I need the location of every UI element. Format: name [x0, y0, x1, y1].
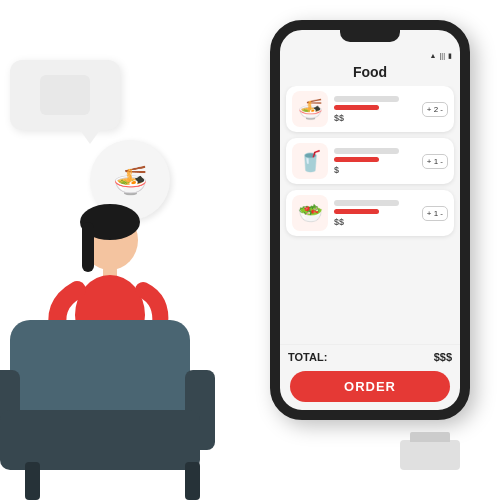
food-name-bar-2	[334, 148, 399, 154]
food-icon-1: 🍜	[292, 91, 328, 127]
noodle-icon: 🍜	[298, 97, 323, 121]
food-counter-2[interactable]: + 1 -	[422, 154, 448, 169]
food-name-bar-1	[334, 96, 399, 102]
food-red-bar-1	[334, 105, 379, 110]
counter-label-2: + 1 -	[427, 157, 443, 166]
wifi-icon: ▲	[430, 52, 437, 60]
food-item-3[interactable]: 🥗 $$ + 1 -	[286, 190, 454, 236]
food-item-2[interactable]: 🥤 $ + 1 -	[286, 138, 454, 184]
food-red-bar-3	[334, 209, 379, 214]
food-icon-2: 🥤	[292, 143, 328, 179]
food-red-bar-2	[334, 157, 379, 162]
food-details-3: $$	[334, 200, 416, 227]
app-title: Food	[280, 60, 460, 86]
food-price-3: $$	[334, 217, 416, 227]
food-price-1: $$	[334, 113, 416, 123]
food-price-2: $	[334, 165, 416, 175]
scene: 🍜	[0, 0, 500, 500]
chair-seat	[0, 410, 200, 470]
food-name-bar-3	[334, 200, 399, 206]
salad-icon: 🥗	[298, 201, 323, 225]
svg-rect-2	[82, 222, 94, 272]
order-button[interactable]: ORDER	[290, 371, 450, 402]
food-item-1[interactable]: 🍜 $$ + 2 -	[286, 86, 454, 132]
counter-label-1: + 2 -	[427, 105, 443, 114]
food-counter-3[interactable]: + 1 -	[422, 206, 448, 221]
total-row: TOTAL: $$$	[280, 344, 460, 367]
counter-label-3: + 1 -	[427, 209, 443, 218]
phone-status-bar: ▲ ||| ▮	[280, 48, 460, 60]
chair	[10, 320, 230, 500]
food-icon-3: 🥗	[292, 195, 328, 231]
drink-icon: 🥤	[298, 149, 323, 173]
food-counter-1[interactable]: + 2 -	[422, 102, 448, 117]
battery-icon: ▮	[448, 52, 452, 60]
total-label: TOTAL:	[288, 351, 327, 363]
food-details-1: $$	[334, 96, 416, 123]
delivery-box	[400, 440, 460, 470]
speech-bubble-main	[10, 60, 120, 130]
chair-leg-right	[185, 462, 200, 500]
bubble-inner	[40, 75, 90, 115]
signal-icon: |||	[440, 52, 445, 60]
food-list: 🍜 $$ + 2 - 🥤 $	[280, 86, 460, 342]
phone-notch	[340, 30, 400, 42]
chair-leg-left	[25, 462, 40, 500]
total-value: $$$	[434, 351, 452, 363]
food-details-2: $	[334, 148, 416, 175]
phone: ▲ ||| ▮ Food 🍜 $$ + 2 -	[270, 20, 470, 420]
